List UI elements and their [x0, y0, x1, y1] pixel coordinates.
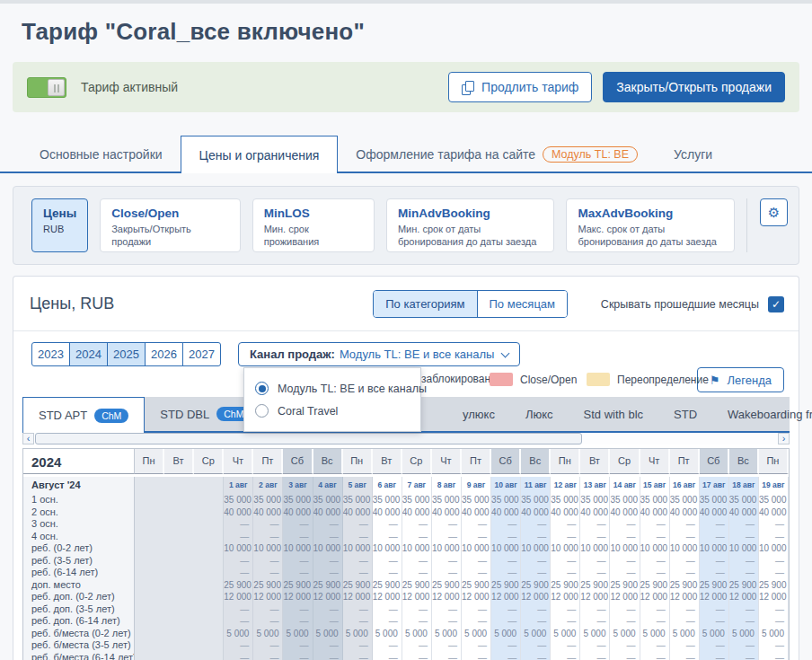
- category-tab-Std with blc[interactable]: Std with blc: [569, 397, 658, 431]
- price-cell[interactable]: —: [580, 567, 610, 579]
- price-cell[interactable]: 40 000: [551, 506, 580, 519]
- price-cell[interactable]: —: [224, 531, 253, 543]
- price-cell[interactable]: —: [253, 615, 283, 628]
- price-cell[interactable]: 40 000: [580, 506, 610, 519]
- price-cell[interactable]: 5 000: [759, 628, 789, 640]
- price-cell[interactable]: —: [373, 615, 402, 628]
- year-tab-2026[interactable]: 2026: [145, 342, 183, 366]
- price-cell[interactable]: —: [253, 555, 283, 568]
- nav-tab-Основные настройки[interactable]: Основные настройки: [22, 136, 181, 173]
- price-cell[interactable]: 10 000: [580, 542, 610, 555]
- price-cell[interactable]: —: [432, 652, 462, 660]
- price-cell[interactable]: 5 000: [283, 628, 313, 640]
- feature-card-MinLOS[interactable]: MinLOSМин. срок проживания: [252, 198, 375, 252]
- extend-rate-button[interactable]: Продлить тариф: [448, 72, 592, 102]
- price-cell[interactable]: 5 000: [402, 628, 432, 640]
- price-cell[interactable]: 10 000: [551, 542, 580, 555]
- price-cell[interactable]: —: [700, 555, 729, 568]
- price-cell[interactable]: 10 000: [521, 542, 551, 555]
- feature-card-MinAdvBooking[interactable]: MinAdvBookingМин. срок от даты бронирова…: [386, 198, 555, 252]
- price-cell[interactable]: —: [640, 603, 670, 616]
- price-cell[interactable]: —: [580, 639, 610, 652]
- price-cell[interactable]: —: [432, 603, 462, 616]
- price-cell[interactable]: —: [462, 639, 491, 652]
- year-tab-2027[interactable]: 2027: [182, 342, 221, 366]
- view-toggle-По месяцам[interactable]: По месяцам: [478, 291, 568, 317]
- price-cell[interactable]: 12 000: [729, 591, 759, 603]
- price-cell[interactable]: 10 000: [729, 542, 759, 555]
- price-cell[interactable]: —: [491, 615, 521, 628]
- price-cell[interactable]: 5 000: [521, 628, 551, 640]
- price-cell[interactable]: —: [580, 555, 610, 568]
- price-cell[interactable]: 40 000: [283, 506, 313, 519]
- price-cell[interactable]: 35 000: [580, 494, 610, 506]
- view-toggle-По категориям[interactable]: По категориям: [374, 291, 477, 317]
- price-cell[interactable]: —: [521, 555, 551, 568]
- price-cell[interactable]: —: [700, 615, 729, 628]
- price-cell[interactable]: —: [700, 567, 729, 579]
- price-cell[interactable]: 25 900: [700, 579, 729, 592]
- price-cell[interactable]: 35 000: [224, 494, 253, 506]
- price-cell[interactable]: 12 000: [610, 591, 640, 603]
- price-cell[interactable]: —: [521, 639, 551, 652]
- price-cell[interactable]: —: [343, 518, 373, 531]
- price-cell[interactable]: —: [343, 531, 373, 543]
- price-cell[interactable]: —: [640, 567, 670, 579]
- price-cell[interactable]: —: [729, 615, 759, 628]
- price-cell[interactable]: 25 900: [580, 579, 610, 592]
- price-cell[interactable]: 10 000: [670, 542, 700, 555]
- price-cell[interactable]: 12 000: [640, 591, 670, 603]
- price-cell[interactable]: 12 000: [283, 591, 313, 603]
- price-cell[interactable]: 12 000: [759, 591, 789, 603]
- price-cell[interactable]: —: [402, 615, 432, 628]
- price-cell[interactable]: 35 000: [343, 494, 373, 506]
- price-cell[interactable]: 40 000: [700, 506, 729, 519]
- nav-tab-Цены и ограничения[interactable]: Цены и ограничения: [181, 136, 339, 173]
- feature-card-Цены[interactable]: ЦеныRUB: [31, 198, 88, 252]
- price-cell[interactable]: 10 000: [640, 542, 670, 555]
- price-cell[interactable]: 40 000: [253, 506, 283, 519]
- price-cell[interactable]: 10 000: [402, 542, 432, 555]
- price-cell[interactable]: —: [759, 615, 789, 628]
- price-cell[interactable]: —: [491, 652, 521, 660]
- price-cell[interactable]: 5 000: [580, 628, 610, 640]
- price-cell[interactable]: 40 000: [640, 506, 670, 519]
- price-cell[interactable]: 5 000: [373, 628, 402, 640]
- price-cell[interactable]: —: [373, 603, 402, 616]
- price-cell[interactable]: —: [729, 531, 759, 543]
- price-cell[interactable]: —: [670, 555, 700, 568]
- price-cell[interactable]: —: [491, 555, 521, 568]
- price-cell[interactable]: —: [491, 603, 521, 616]
- price-cell[interactable]: 40 000: [610, 506, 640, 519]
- price-cell[interactable]: 10 000: [700, 542, 729, 555]
- price-cell[interactable]: —: [640, 531, 670, 543]
- price-cell[interactable]: —: [253, 567, 283, 579]
- price-cell[interactable]: —: [670, 603, 700, 616]
- feature-card-Close/Open[interactable]: Close/OpenЗакрыть/Открыть продажи: [100, 198, 240, 252]
- price-cell[interactable]: —: [670, 531, 700, 543]
- price-cell[interactable]: —: [432, 531, 462, 543]
- price-cell[interactable]: 25 900: [253, 579, 283, 592]
- price-cell[interactable]: —: [313, 555, 343, 568]
- price-cell[interactable]: 5 000: [253, 628, 283, 640]
- price-cell[interactable]: —: [402, 518, 432, 531]
- price-cell[interactable]: 12 000: [253, 591, 283, 603]
- gear-icon[interactable]: ⚙: [760, 198, 788, 226]
- price-cell[interactable]: 10 000: [432, 542, 462, 555]
- price-cell[interactable]: 25 900: [521, 579, 551, 592]
- price-cell[interactable]: —: [729, 639, 759, 652]
- price-cell[interactable]: —: [610, 567, 640, 579]
- chevron-left-icon[interactable]: ‹: [22, 433, 34, 444]
- price-cell[interactable]: —: [402, 567, 432, 579]
- price-cell[interactable]: 12 000: [343, 591, 373, 603]
- price-cell[interactable]: 25 900: [551, 579, 580, 592]
- price-cell[interactable]: —: [462, 603, 491, 616]
- price-cell[interactable]: —: [551, 615, 580, 628]
- price-cell[interactable]: —: [283, 555, 313, 568]
- price-cell[interactable]: —: [373, 639, 402, 652]
- scrollbar-track[interactable]: [34, 433, 778, 444]
- category-tab-Люкс[interactable]: Люкс: [510, 397, 569, 431]
- price-cell[interactable]: —: [640, 639, 670, 652]
- price-cell[interactable]: 40 000: [224, 506, 253, 519]
- price-cell[interactable]: —: [402, 555, 432, 568]
